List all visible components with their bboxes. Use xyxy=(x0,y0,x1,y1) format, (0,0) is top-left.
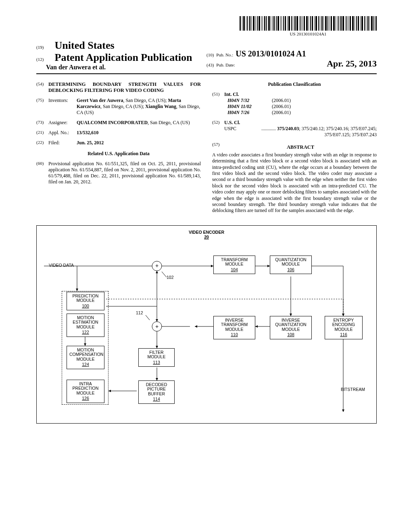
invention-title: DETERMINING BOUNDARY STRENGTH VALUES FOR… xyxy=(48,81,201,94)
assignee-name: QUALCOMM INCORPORATED xyxy=(77,120,148,125)
related-data: Provisional application No. 61/551,325, … xyxy=(48,161,201,185)
abstract-body: A video coder associates a first boundar… xyxy=(212,152,377,214)
inventor-1-loc: , San Diego, CA (US); xyxy=(123,98,168,103)
idx-12: (12) xyxy=(36,57,44,62)
document-header: (19) United States (12) Patent Applicati… xyxy=(36,39,377,74)
idx-51: (51) xyxy=(212,91,224,96)
bitstream-label: BITSTREAM xyxy=(341,387,365,392)
idx-21: (21) xyxy=(36,130,48,135)
pubdate-label: Pub. Date: xyxy=(216,62,235,67)
video-encoder-diagram: VIDEO ENCODER 20 + xyxy=(36,225,377,424)
intcl-year-1: (2006.01) xyxy=(272,104,291,110)
inventor-2-loc: , San Diego, CA (US); xyxy=(100,104,145,109)
assignee-label: Assignee: xyxy=(48,120,77,126)
block-transform: TRANSFORM MODULE104 xyxy=(213,256,255,274)
pubdate: Apr. 25, 2013 xyxy=(327,58,377,69)
uspc-primary: 375/240.03 xyxy=(277,126,299,131)
idx-10: (10) xyxy=(206,52,214,57)
svg-point-1 xyxy=(152,261,162,271)
intcl-row: H04N 7/26 (2006.01) xyxy=(224,110,377,116)
block-motion-estimation: MOTION ESTIMATION MODULE122 xyxy=(67,314,104,337)
doc-type: Patent Application Publication xyxy=(55,52,192,63)
block-motion-compensation: MOTION COMPENSATION MODULE124 xyxy=(67,346,104,369)
uspc-label: USPC xyxy=(224,126,236,132)
diagram-title: VIDEO ENCODER 20 xyxy=(37,230,376,239)
block-filter: FILTER MODULE113 xyxy=(138,348,175,367)
applno: 13/532,610 xyxy=(77,130,98,135)
intcl-year-2: (2006.01) xyxy=(272,110,291,116)
svg-text:+: + xyxy=(155,323,159,330)
inventor-1: Geert Van der Auwera xyxy=(77,98,123,103)
idx-57: (57) xyxy=(212,142,224,147)
uspc-rest: ; 375/240.12; 375/240.16; 375/E07.245; 3… xyxy=(299,126,377,137)
block-intra-prediction: INTRA PREDICTION MODULE126 xyxy=(67,380,104,403)
body-columns: (54) DETERMINING BOUNDARY STRENGTH VALUE… xyxy=(36,81,377,214)
idx-60: (60) xyxy=(36,161,48,166)
right-column: Publication Classification (51) Int. Cl.… xyxy=(212,81,377,214)
classification-header: Publication Classification xyxy=(212,81,377,87)
block-quantization: QUANTIZATION MODULE106 xyxy=(270,256,312,274)
idx-22: (22) xyxy=(36,140,48,145)
intcl-code-0: H04N 7/32 xyxy=(227,98,272,104)
ref-102: 102 xyxy=(167,275,174,280)
intcl-label: Int. Cl. xyxy=(224,91,239,97)
pubno-label: Pub. No.: xyxy=(216,52,233,57)
uscl-label: U.S. Cl. xyxy=(224,120,240,125)
intcl-row: H04N 7/32 (2006.01) xyxy=(224,98,377,104)
applno-label: Appl. No.: xyxy=(48,130,77,136)
idx-19: (19) xyxy=(36,45,44,50)
left-column: (54) DETERMINING BOUNDARY STRENGTH VALUE… xyxy=(36,81,201,214)
inventors-label: Inventors: xyxy=(48,98,77,104)
idx-43: (43) xyxy=(206,62,214,67)
uspc-dots: ............ xyxy=(261,126,277,131)
idx-54: (54) xyxy=(36,81,48,86)
barcode-zone: US 20130101024A1 xyxy=(36,16,377,36)
svg-point-16 xyxy=(152,322,162,331)
block-inverse-quantization: INVERSE QUANTIZATION MODULE108 xyxy=(270,316,312,339)
barcode xyxy=(240,16,377,31)
abstract-header: ABSTRACT xyxy=(224,144,377,150)
block-entropy-encoding: ENTROPY ENCODING MODULE116 xyxy=(325,316,363,339)
idx-52: (52) xyxy=(212,120,224,125)
intcl-year-0: (2006.01) xyxy=(272,98,291,104)
filed-date: Jun. 25, 2012 xyxy=(77,140,104,145)
filed-label: Filed: xyxy=(48,140,77,146)
idx-73: (73) xyxy=(36,120,48,125)
intcl-row: H04N 11/02 (2006.01) xyxy=(224,104,377,110)
authors-line: Van der Auwera et al. xyxy=(46,64,193,71)
idx-75: (75) xyxy=(36,98,48,102)
assignee: QUALCOMM INCORPORATED, San Diego, CA (US… xyxy=(77,120,201,126)
inventor-3: Xianglin Wang xyxy=(145,104,176,109)
related-header: Related U.S. Application Data xyxy=(36,151,201,157)
block-inverse-transform: INVERSE TRANSFORM MODULE110 xyxy=(213,316,255,339)
intcl-code-1: H04N 11/02 xyxy=(227,104,272,110)
video-data-label: VIDEO DATA xyxy=(49,263,74,268)
ref-112: 112 xyxy=(136,310,143,315)
svg-line-8 xyxy=(162,272,167,277)
block-decoded-picture-buffer: DECODED PICTURE BUFFER114 xyxy=(138,380,175,404)
svg-line-25 xyxy=(146,315,150,320)
assignee-loc: , San Diego, CA (US) xyxy=(148,120,190,125)
uspc-line: USPC ............ 375/240.03; 375/240.12… xyxy=(224,126,377,138)
intcl-code-2: H04N 7/26 xyxy=(227,110,272,116)
diagram-title-num: 20 xyxy=(37,235,376,239)
svg-text:+: + xyxy=(155,262,159,269)
block-prediction: PREDICTION MODULE100 xyxy=(67,292,104,311)
barcode-text: US 20130101024A1 xyxy=(240,31,377,36)
country: United States xyxy=(55,39,115,51)
inventors: Geert Van der Auwera, San Diego, CA (US)… xyxy=(77,98,201,116)
pubno: US 2013/0101024 A1 xyxy=(236,49,306,58)
